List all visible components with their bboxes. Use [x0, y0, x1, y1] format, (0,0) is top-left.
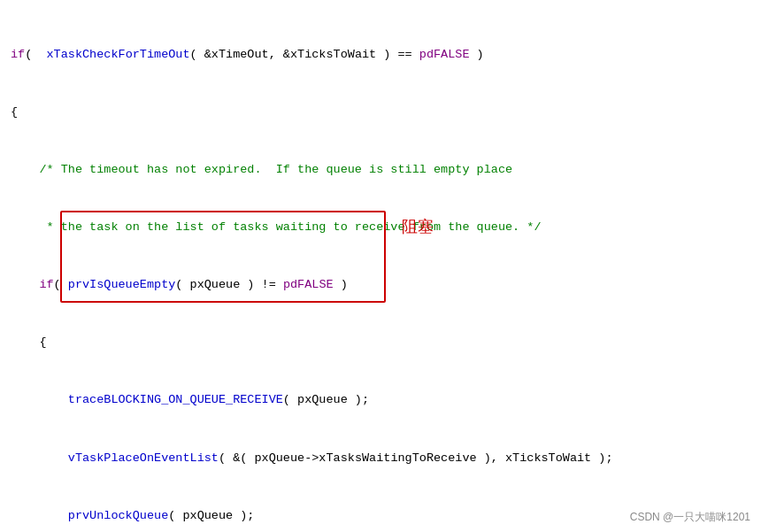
- line-8: vTaskPlaceOnEventList( &( pxQueue->xTask…: [11, 449, 750, 468]
- line-2: {: [11, 103, 750, 122]
- line-1: if( xTaskCheckForTimeOut( &xTimeOut, &xT…: [11, 45, 750, 65]
- footer-label: CSDN @一只大喵咪1201: [630, 510, 750, 525]
- code-block: if( xTaskCheckForTimeOut( &xTimeOut, &xT…: [0, 7, 761, 532]
- line-5: if( prvIsQueueEmpty( pxQueue ) != pdFALS…: [11, 275, 750, 295]
- code-container: if( xTaskCheckForTimeOut( &xTimeOut, &xT…: [0, 0, 761, 532]
- line-7: traceBLOCKING_ON_QUEUE_RECEIVE( pxQueue …: [11, 390, 750, 410]
- line-4: * the task on the list of tasks waiting …: [11, 218, 750, 237]
- line-6: {: [11, 333, 750, 352]
- chinese-annotation: 阻塞: [402, 216, 434, 237]
- line-3: /* The timeout has not expired. If the q…: [11, 160, 750, 180]
